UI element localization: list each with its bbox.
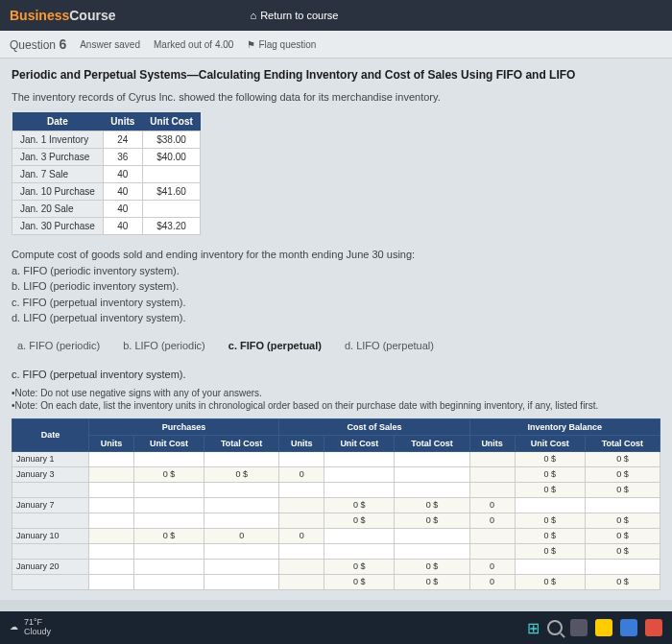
home-icon: ⌂ bbox=[250, 10, 256, 21]
input-cell[interactable]: 0 bbox=[204, 528, 279, 543]
input-cell[interactable]: 0 bbox=[279, 528, 324, 543]
th-units: Units bbox=[103, 112, 142, 131]
input-cell[interactable]: 0 $ bbox=[395, 497, 469, 513]
input-cell[interactable]: 0 $ bbox=[515, 482, 585, 497]
input-cell[interactable]: 0 $ bbox=[515, 466, 585, 482]
tab-lifo-perpetual[interactable]: d. LIFO (perpetual) bbox=[339, 336, 440, 355]
table-row: January 10 $0 $ bbox=[12, 451, 660, 466]
compute-a: a. FIFO (periodic inventory system). bbox=[12, 263, 660, 279]
input-cell[interactable]: 0 $ bbox=[133, 528, 204, 543]
th-date: Date bbox=[12, 112, 104, 131]
input-cell[interactable]: 0 bbox=[469, 513, 515, 528]
th-inv-bal: Inventory Balance bbox=[469, 418, 660, 435]
weather-widget[interactable]: ☁ 71°FCloudy bbox=[10, 618, 51, 637]
input-cell[interactable]: 0 $ bbox=[585, 574, 660, 589]
input-cell[interactable]: 0 $ bbox=[515, 543, 585, 559]
taskbar-app-icon[interactable] bbox=[570, 619, 588, 636]
input-cell[interactable] bbox=[279, 513, 324, 528]
input-cell[interactable]: 0 $ bbox=[585, 482, 660, 497]
input-cell[interactable] bbox=[469, 482, 515, 497]
table-row: Jan. 7 Sale40 bbox=[12, 166, 201, 183]
taskbar-app-icon[interactable] bbox=[645, 619, 662, 636]
input-cell[interactable]: 0 $ bbox=[324, 497, 395, 513]
table-row: Jan. 1 Inventory24$38.00 bbox=[12, 131, 201, 149]
input-cell[interactable]: 0 $ bbox=[585, 466, 660, 482]
input-cell[interactable]: 0 $ bbox=[395, 559, 469, 574]
taskbar-app-icon[interactable] bbox=[595, 619, 612, 636]
table-row: Jan. 10 Purchase40$41.60 bbox=[12, 183, 201, 201]
input-cell[interactable]: 0 $ bbox=[515, 574, 585, 589]
table-row: Jan. 3 Purchase36$40.00 bbox=[12, 149, 201, 166]
windows-taskbar: ☁ 71°FCloudy ⊞ bbox=[0, 611, 672, 644]
input-cell[interactable] bbox=[469, 528, 515, 543]
table-row: January 30 $0 $00 $0 $ bbox=[12, 466, 660, 482]
table-row: 0 $0 $00 $0 $ bbox=[12, 513, 660, 528]
compute-instructions: Compute cost of goods sold and ending in… bbox=[12, 247, 660, 326]
taskbar-app-icon[interactable] bbox=[620, 619, 637, 636]
input-cell[interactable]: 0 $ bbox=[585, 451, 660, 466]
note-1: •Note: Do not use negative signs with an… bbox=[12, 388, 660, 398]
marked-out-of: Marked out of 4.00 bbox=[154, 39, 233, 50]
weather-cond: Cloudy bbox=[24, 627, 51, 636]
input-cell[interactable]: 0 $ bbox=[395, 574, 469, 589]
content-area: Periodic and Perpetual Systems—Calculati… bbox=[0, 59, 672, 600]
input-cell[interactable]: 0 $ bbox=[324, 513, 395, 528]
input-cell[interactable] bbox=[279, 559, 324, 574]
return-to-course-link[interactable]: ⌂ Return to course bbox=[250, 10, 338, 21]
input-cell[interactable] bbox=[469, 543, 515, 559]
input-cell[interactable]: 0 $ bbox=[515, 451, 585, 466]
input-cell[interactable] bbox=[469, 451, 515, 466]
tab-lifo-periodic[interactable]: b. LIFO (periodic) bbox=[117, 336, 211, 355]
th-cos: Cost of Sales bbox=[279, 418, 469, 435]
search-icon[interactable] bbox=[547, 620, 563, 635]
input-cell[interactable] bbox=[88, 466, 133, 482]
th-unitcost: Unit Cost bbox=[142, 112, 200, 131]
compute-lead: Compute cost of goods sold and ending in… bbox=[12, 247, 660, 263]
intro-text: The inventory records of Cyrus Inc. show… bbox=[12, 91, 660, 103]
input-cell[interactable]: 0 $ bbox=[585, 513, 660, 528]
tab-fifo-perpetual[interactable]: c. FIFO (perpetual) bbox=[223, 336, 327, 355]
th-purchases: Purchases bbox=[88, 418, 278, 435]
input-cell[interactable]: 0 $ bbox=[204, 466, 279, 482]
question-number: Question 6 bbox=[10, 36, 66, 52]
input-cell[interactable]: 0 $ bbox=[585, 543, 660, 559]
answer-saved: Answer saved bbox=[80, 39, 140, 50]
compute-c: c. FIFO (perpetual inventory system). bbox=[12, 295, 660, 311]
input-cell[interactable] bbox=[279, 497, 324, 513]
system-tray: ⊞ bbox=[527, 619, 662, 637]
input-cell[interactable] bbox=[469, 466, 515, 482]
input-cell[interactable]: 0 $ bbox=[515, 513, 585, 528]
question-title: Periodic and Perpetual Systems—Calculati… bbox=[12, 68, 660, 82]
table-row: Jan. 20 Sale40 bbox=[12, 201, 201, 218]
input-cell[interactable] bbox=[279, 574, 324, 589]
worksheet-table: Date Purchases Cost of Sales Inventory B… bbox=[12, 418, 660, 590]
note-2: •Note: On each date, list the inventory … bbox=[12, 400, 660, 411]
cloud-icon: ☁ bbox=[10, 623, 18, 632]
panel-subtitle: c. FIFO (perpetual inventory system). bbox=[12, 369, 660, 380]
compute-b: b. LIFO (periodic inventory system). bbox=[12, 278, 660, 295]
table-row: January 200 $0 $0 bbox=[12, 559, 660, 574]
tab-fifo-periodic[interactable]: a. FIFO (periodic) bbox=[12, 336, 106, 355]
input-cell[interactable]: 0 $ bbox=[133, 466, 204, 482]
input-cell[interactable]: 0 bbox=[469, 574, 515, 589]
table-row: 0 $0 $00 $0 $ bbox=[12, 574, 660, 589]
table-row: 0 $0 $ bbox=[12, 482, 660, 497]
start-icon[interactable]: ⊞ bbox=[527, 619, 540, 637]
input-cell[interactable]: 0 bbox=[469, 497, 515, 513]
input-cell[interactable] bbox=[88, 528, 133, 543]
flag-label: Flag question bbox=[258, 39, 316, 50]
question-bar: Question 6 Answer saved Marked out of 4.… bbox=[0, 31, 672, 59]
table-row: January 100 $000 $0 $ bbox=[12, 528, 660, 543]
input-cell[interactable]: 0 bbox=[469, 559, 515, 574]
input-cell[interactable]: 0 $ bbox=[395, 513, 469, 528]
input-cell[interactable]: 0 $ bbox=[515, 528, 585, 543]
input-cell[interactable]: 0 $ bbox=[585, 528, 660, 543]
table-row: Jan. 30 Purchase40$43.20 bbox=[12, 218, 201, 235]
top-bar: BusinessCourse ⌂ Return to course bbox=[0, 0, 672, 31]
flag-icon: ⚑ bbox=[247, 39, 255, 50]
return-label: Return to course bbox=[260, 10, 338, 21]
input-cell[interactable]: 0 $ bbox=[324, 574, 395, 589]
input-cell[interactable]: 0 $ bbox=[324, 559, 395, 574]
input-cell[interactable]: 0 bbox=[279, 466, 324, 482]
flag-question-link[interactable]: ⚑ Flag question bbox=[247, 39, 316, 50]
